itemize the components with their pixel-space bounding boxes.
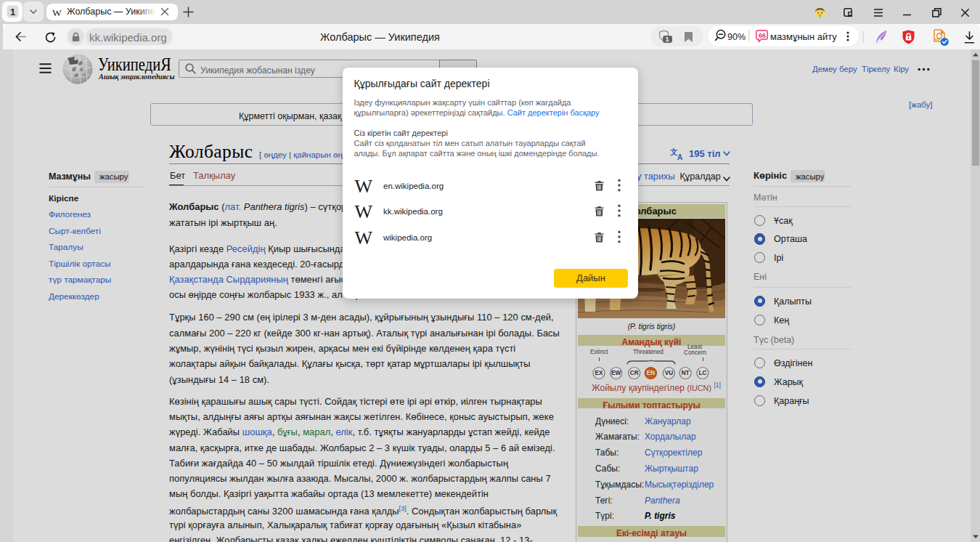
- svg-text:PDF: PDF: [935, 39, 941, 41]
- svg-text:66: 66: [759, 32, 766, 39]
- svg-text:1: 1: [9, 7, 15, 17]
